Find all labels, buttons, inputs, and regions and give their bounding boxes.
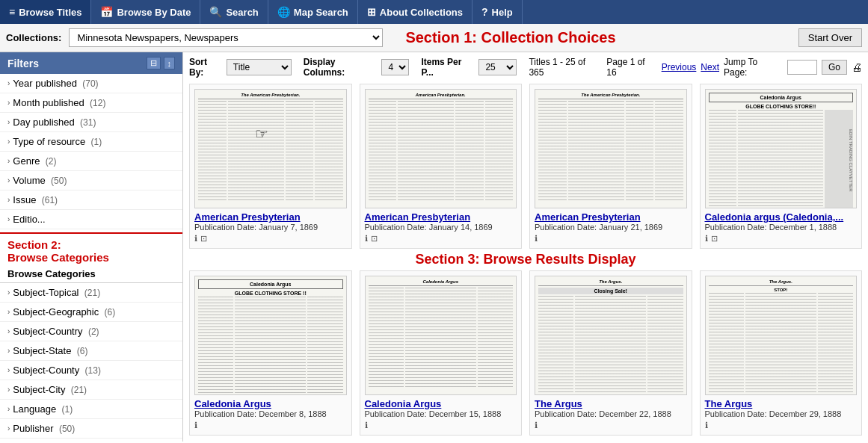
title-date-3: December 1, 1888 [769, 223, 837, 232]
chevron-icon: › [7, 196, 10, 204]
title-name-3[interactable]: Caledonia argus (Caledonia,... [705, 211, 858, 223]
title-card-6[interactable]: The Argus. Closing Sale! One Price Sale … [529, 270, 692, 436]
filter-publisher-count: (50) [57, 424, 76, 434]
filter-subject-country[interactable]: › Subject-Country (2) [0, 322, 182, 341]
chevron-icon: › [7, 137, 10, 146]
nav-help[interactable]: ? Help [473, 0, 523, 24]
filter-subject-county-label: Subject-County [13, 365, 79, 376]
filter-subject-county-count: (13) [82, 365, 101, 376]
thumbnail-7: The Argus. STOP! [705, 276, 858, 395]
title-card-3[interactable]: Caledonia Argus GLOBE CLOTHING STORE!! E… [700, 84, 863, 249]
title-card-1[interactable]: American Presbyterian. American Presbyte… [360, 84, 523, 249]
filter-day-published[interactable]: › Day published (31) [0, 113, 182, 132]
filter-genre[interactable]: › Genre (2) [0, 152, 182, 171]
filter-language[interactable]: › Language (1) [0, 400, 182, 419]
filter-subject-city-label: Subject-City [13, 384, 65, 395]
title-name-6[interactable]: The Argus [535, 398, 687, 409]
sort-by-select[interactable]: Title Date Relevance [227, 59, 292, 75]
title-card-2[interactable]: The American Presbyterian. American Pres… [529, 84, 692, 249]
previous-link[interactable]: Previous [662, 62, 697, 72]
filter-subject-topical[interactable]: › Subject-Topical (21) [0, 283, 182, 303]
filter-issue-count: (61) [39, 195, 58, 205]
thumbnail-5: Caledonia Argus [365, 276, 517, 395]
nav-search[interactable]: 🔍 Search [200, 0, 268, 24]
title-name-0[interactable]: American Presbyterian [194, 211, 347, 223]
title-name-4[interactable]: Caledonia Argus [194, 398, 347, 409]
filter-subject-city[interactable]: › Subject-City (21) [0, 380, 182, 400]
display-cols-select[interactable]: 4 3 2 1 [381, 59, 409, 75]
section1-title: Section 1: Collection Choices [405, 29, 615, 46]
info-icon-0[interactable]: ℹ [194, 234, 197, 244]
section3-annotation: Section 3: Browse Results Display [189, 252, 862, 267]
filter-subject-county[interactable]: › Subject-County (13) [0, 361, 182, 380]
clip-icon-1[interactable]: ⊡ [371, 234, 378, 244]
collection-select[interactable]: Minnesota Newspapers, Newspapers [69, 28, 383, 47]
nav-browse-titles[interactable]: ≡ Browse Titles [0, 0, 91, 24]
print-icon[interactable]: 🖨 [852, 61, 862, 73]
info-icon-1[interactable]: ℹ [365, 234, 368, 244]
nav-map-search[interactable]: 🌐 Map Search [268, 0, 358, 24]
title-card-4[interactable]: Caledonia Argus GLOBE CLOTHING STORE !! … [189, 270, 352, 436]
main-layout: Filters ⊟ ↕ › Year published (70) › Mont… [0, 52, 868, 442]
start-over-button[interactable]: Start Over [798, 28, 862, 47]
filter-subject-topical-label: Subject-Topical [13, 287, 79, 298]
title-icons-4: ℹ [194, 421, 347, 430]
title-name-7[interactable]: The Argus [705, 398, 858, 409]
info-icon-4[interactable]: ℹ [194, 421, 197, 430]
filter-subject-state[interactable]: › Subject-State (6) [0, 341, 182, 361]
jump-page-input[interactable] [787, 60, 817, 75]
title-name-5[interactable]: Caledonia Argus [365, 398, 517, 409]
thumbnail-1: American Presbyterian. [365, 89, 517, 208]
nav-about-collections[interactable]: ⊞ About Collections [358, 0, 473, 24]
filter-sort-icon[interactable]: ⊟ [147, 57, 161, 69]
filter-subject-country-count: (2) [86, 326, 99, 337]
nav-about-collections-label: About Collections [380, 7, 463, 18]
title-date-5: December 15, 1888 [429, 409, 502, 418]
jump-label: Jump To Page: [724, 57, 783, 78]
title-date-6: December 22, 1888 [599, 409, 671, 418]
title-card-7[interactable]: The Argus. STOP! The Argus Publication D… [700, 270, 863, 436]
filter-edition[interactable]: › Editio... [0, 210, 182, 229]
filter-volume[interactable]: › Volume (50) [0, 171, 182, 190]
filter-publisher[interactable]: › Publisher (50) [0, 419, 182, 439]
browse-categories-label: Browse Categories [7, 268, 96, 279]
filter-subject-geographic[interactable]: › Subject-Geographic (6) [0, 303, 182, 322]
next-link[interactable]: Next [701, 62, 719, 72]
nav-search-label: Search [226, 7, 258, 18]
filter-year-published[interactable]: › Year published (70) [0, 74, 182, 93]
filter-day-count: (31) [78, 117, 96, 128]
filter-genre-label: Genre [13, 155, 40, 167]
title-card-5[interactable]: Caledonia Argus Caledonia Argus Publicat… [360, 270, 523, 436]
go-button[interactable]: Go [822, 60, 847, 75]
info-icon-7[interactable]: ℹ [705, 421, 708, 430]
title-card-0[interactable]: The American Presbyterian. ☞ American Pr… [189, 84, 352, 249]
nav-browse-by-date[interactable]: 📅 Browse By Date [91, 0, 200, 24]
pagination-info: Titles 1 - 25 of 365 Page 1 of 16 Previo… [529, 57, 862, 78]
about-collections-icon: ⊞ [367, 6, 376, 18]
sidebar: Filters ⊟ ↕ › Year published (70) › Mont… [0, 52, 183, 442]
section3-title: Section 3: Browse Results Display [415, 252, 635, 267]
collection-label: Collections: [6, 32, 61, 43]
items-per-page-select[interactable]: 25 50 100 [478, 59, 517, 75]
clip-icon-0[interactable]: ⊡ [200, 234, 207, 244]
section2-annotation: Section 2: Browse Categories [0, 232, 182, 265]
title-icons-7: ℹ [705, 421, 858, 430]
info-icon-3[interactable]: ℹ [705, 234, 708, 244]
clip-icon-3[interactable]: ⊡ [711, 234, 718, 244]
filter-place-publication[interactable]: › Place of Publication (32) [0, 439, 182, 442]
info-icon-5[interactable]: ℹ [365, 421, 368, 430]
filter-day-label: Day published [13, 117, 74, 128]
browse-by-date-icon: 📅 [100, 6, 113, 18]
filter-month-published[interactable]: › Month published (12) [0, 93, 182, 113]
filter-issue[interactable]: › Issue (61) [0, 190, 182, 210]
filter-type-resource[interactable]: › Type of resource (1) [0, 132, 182, 152]
info-icon-6[interactable]: ℹ [535, 421, 538, 430]
chevron-icon: › [7, 99, 10, 107]
title-date-label-0: Publication Date: January 7, 1869 [194, 223, 347, 232]
filter-toggle-icon[interactable]: ↕ [164, 57, 176, 69]
filter-volume-count: (50) [49, 176, 67, 186]
search-icon: 🔍 [209, 6, 222, 18]
info-icon-2[interactable]: ℹ [535, 234, 538, 244]
title-name-1[interactable]: American Presbyterian [365, 211, 517, 223]
title-name-2[interactable]: American Presbyterian [535, 211, 687, 223]
